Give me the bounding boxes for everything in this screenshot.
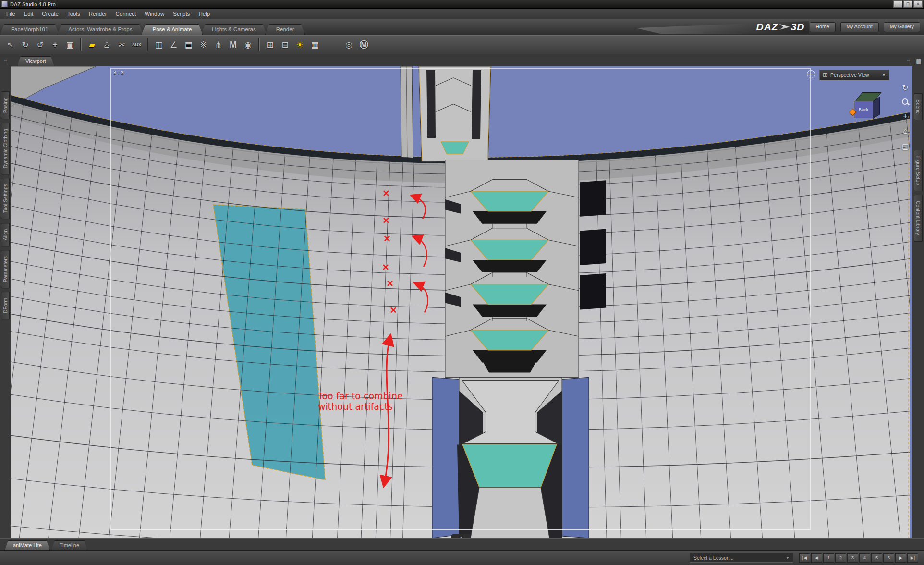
pane-options-icon[interactable]: ≡ <box>903 58 913 66</box>
menu-scripts[interactable]: Scripts <box>169 10 194 18</box>
translate-tool-icon[interactable]: + <box>48 38 62 52</box>
side-tab-align[interactable]: Align <box>1 223 10 246</box>
tab-lights-cameras[interactable]: Lights & Cameras <box>201 24 267 35</box>
chevron-down-icon: ▼ <box>882 73 886 77</box>
aspect-ratio-label: 3 : 2 <box>113 70 123 75</box>
daz3d-logo: DAZ 3D <box>756 21 804 33</box>
aux-viewport-icon[interactable]: AUX <box>129 38 144 52</box>
pager-page-button[interactable]: 5 <box>871 553 882 563</box>
pager-last-button[interactable]: ▶| <box>907 553 918 563</box>
menu-help[interactable]: Help <box>194 10 214 18</box>
tab-actors-wardrobe-props[interactable]: Actors, Wardrobe & Props <box>57 24 143 35</box>
tab-timeline[interactable]: Timeline <box>51 540 87 550</box>
pane-layout-icon[interactable]: ▤ <box>913 58 924 66</box>
menu-create[interactable]: Create <box>37 10 63 18</box>
aspect-frame-icon[interactable]: ▢ <box>900 141 910 151</box>
restore-figure-icon[interactable]: ⊟ <box>278 38 292 52</box>
side-tab-figure-setup[interactable]: Figure Setup <box>914 150 923 191</box>
geometry-editor-tool-icon[interactable]: ✂ <box>114 38 129 52</box>
view-split-icon[interactable]: ◫ <box>151 38 166 52</box>
view-cube[interactable]: Back <box>852 88 884 125</box>
view-cube-front-face[interactable]: Back <box>854 101 873 118</box>
lesson-dropdown-label: Select a Lesson... <box>693 555 733 561</box>
pager-prev-button[interactable]: ◀ <box>811 553 822 563</box>
globe-icon[interactable] <box>807 70 815 78</box>
figure-tool-icon[interactable]: ♙ <box>99 38 114 52</box>
camera-view-label: Perspective View <box>830 72 869 78</box>
side-tab-content-library[interactable]: Content Library <box>914 195 923 242</box>
pager-page-button[interactable]: 3 <box>847 553 858 563</box>
viewport-canvas[interactable] <box>11 66 912 538</box>
maximize-button[interactable]: □ <box>903 0 912 8</box>
home-button[interactable]: Home <box>810 22 836 32</box>
lights-icon[interactable]: ☀ <box>292 38 307 52</box>
menu-bar: File Edit Create Tools Render Connect Wi… <box>0 9 924 19</box>
pager-page-button[interactable]: 2 <box>835 553 846 563</box>
lesson-dropdown[interactable]: Select a Lesson... ▼ <box>690 553 793 563</box>
render-preview-icon[interactable]: ▦ <box>307 38 322 52</box>
menu-connect[interactable]: Connect <box>111 10 140 18</box>
side-tab-dynamic-clothing[interactable]: Dynamic Clothing <box>1 123 10 174</box>
app-icon <box>1 1 8 7</box>
node-selection-tool-icon[interactable]: ↖ <box>3 38 18 52</box>
joint-editor-icon[interactable]: ◉ <box>241 38 255 52</box>
pan-icon[interactable]: + <box>900 111 910 121</box>
main-area: Posing Dynamic Clothing Tool Settings Al… <box>0 66 924 538</box>
pager-page-button[interactable]: 1 <box>823 553 834 563</box>
viewport-collapse-handle[interactable]: ▾ <box>451 534 471 538</box>
side-tab-posing[interactable]: Posing <box>1 91 10 119</box>
spray-icon[interactable]: ※ <box>196 38 211 52</box>
side-tab-parameters[interactable]: Parameters <box>1 250 10 288</box>
view-cube-side-face[interactable] <box>873 97 880 119</box>
zoom-icon[interactable] <box>901 98 910 106</box>
annotation-text: Too far to combine without artifacts <box>318 391 403 412</box>
bottom-pane-tabs: aniMate Lite Timeline <box>0 538 924 550</box>
menu-render[interactable]: Render <box>85 10 111 18</box>
rotate-tool-icon[interactable]: ↻ <box>18 38 33 52</box>
daz-logo-swoosh-icon <box>779 23 790 31</box>
viewport-3d: 3 : 2 Too far to combine without artifac… <box>11 66 912 538</box>
active-pose-tool-icon[interactable]: ↺ <box>33 38 48 52</box>
morph-loader-icon[interactable]: Ⓜ <box>356 38 371 52</box>
memorize-figure-icon[interactable]: ⊞ <box>263 38 278 52</box>
pager-page-button[interactable]: 6 <box>883 553 894 563</box>
surface-selection-tool-icon[interactable]: ▰ <box>85 38 99 52</box>
minimize-button[interactable]: _ <box>893 0 902 8</box>
menu-file[interactable]: File <box>2 10 20 18</box>
tab-facemorph101[interactable]: FaceMorph101 <box>0 24 59 35</box>
camera-view-selector[interactable]: ⊞ Perspective View ▼ <box>819 70 889 80</box>
lesson-pager: |◀ ◀ 1 2 3 4 5 6 ▶ ▶| <box>799 553 918 563</box>
toolbar-separator <box>258 38 260 51</box>
node-connections-icon[interactable]: ⋔ <box>211 38 226 52</box>
menu-tools[interactable]: Tools <box>63 10 85 18</box>
my-account-button[interactable]: My Account <box>840 22 879 32</box>
home-icon[interactable]: ⌂ <box>900 126 910 136</box>
morphs-icon[interactable]: M <box>226 38 241 52</box>
tab-render[interactable]: Render <box>265 24 305 35</box>
scale-tool-icon[interactable]: ▣ <box>62 38 77 52</box>
protractor-icon[interactable]: ∠ <box>166 38 181 52</box>
viewport-tab[interactable]: Viewport <box>17 56 54 66</box>
orbit-icon[interactable]: ↻ <box>900 83 910 92</box>
tab-animate-lite[interactable]: aniMate Lite <box>5 540 50 550</box>
close-button[interactable]: × <box>913 0 923 8</box>
menu-edit[interactable]: Edit <box>20 10 38 18</box>
side-tab-scene[interactable]: Scene <box>914 93 923 120</box>
pager-page-button[interactable]: 4 <box>859 553 870 563</box>
annotation-line-1: Too far to combine <box>318 391 403 402</box>
menu-window[interactable]: Window <box>140 10 169 18</box>
daz-studio-window: DAZ Studio 4.8 Pro _ □ × File Edit Creat… <box>0 0 924 565</box>
left-dock-strip: Posing Dynamic Clothing Tool Settings Al… <box>0 66 11 538</box>
side-tab-dform[interactable]: DForm <box>1 292 10 319</box>
pane-menu-icon[interactable]: ≡ <box>0 58 11 66</box>
pager-first-button[interactable]: |◀ <box>799 553 810 563</box>
camera-cube-icon[interactable]: ▤ <box>181 38 196 52</box>
pager-next-button[interactable]: ▶ <box>895 553 906 563</box>
toolbar-separator <box>80 38 82 51</box>
chevron-down-icon: ▼ <box>786 556 790 560</box>
my-gallery-button[interactable]: My Gallery <box>884 22 920 32</box>
daz-logo-3d-text: 3D <box>791 21 805 33</box>
side-tab-tool-settings[interactable]: Tool Settings <box>1 178 10 219</box>
tab-pose-animate[interactable]: Pose & Animate <box>142 24 203 35</box>
frame-camera-icon[interactable]: ◎ <box>341 38 356 52</box>
